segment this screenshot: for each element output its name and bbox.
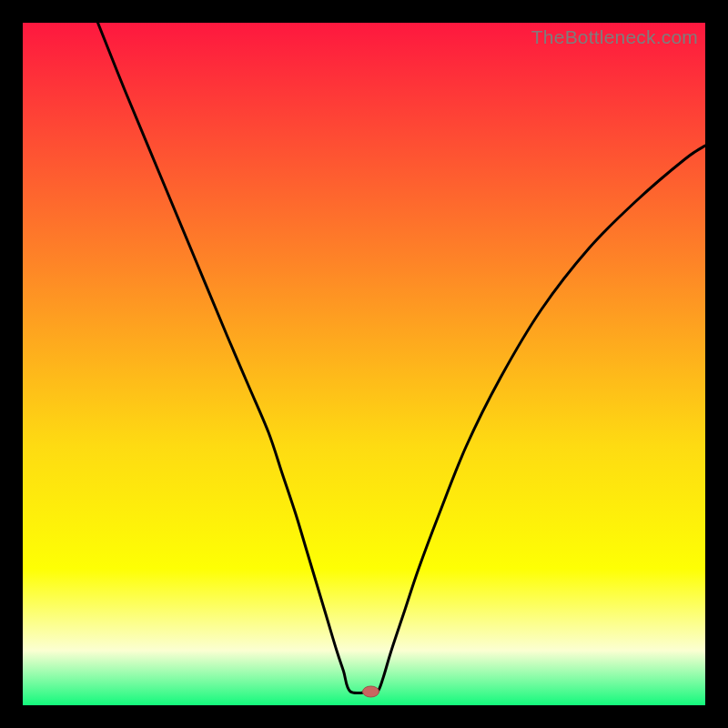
chart-frame: TheBottleneck.com [23,23,705,705]
gradient-background [23,23,705,705]
bottleneck-plot [23,23,705,705]
watermark-text: TheBottleneck.com [531,26,698,48]
optimum-marker [363,686,379,697]
